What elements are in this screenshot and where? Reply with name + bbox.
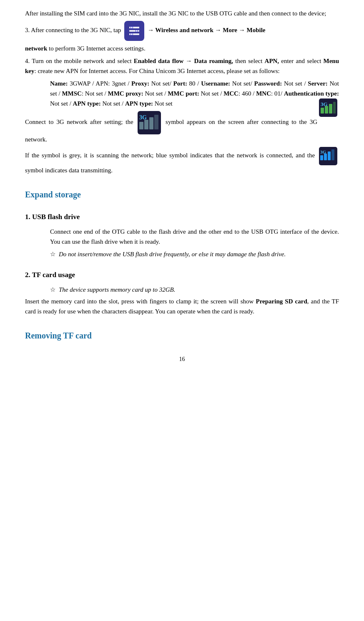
paragraph-1: After installing the SIM card into the 3… — [25, 8, 339, 18]
svg-rect-22 — [328, 151, 331, 160]
star-icon-2: ☆ — [50, 285, 55, 295]
svg-rect-13 — [333, 102, 336, 114]
3g-icon-blue: 3G — [319, 147, 337, 165]
paragraph-3-connect: 3. After connecting to the 3G NIC, tap →… — [25, 21, 339, 41]
svg-rect-20 — [320, 155, 323, 160]
paragraph-symbol: If the symbol is grey, it is scanning th… — [25, 147, 339, 175]
svg-rect-11 — [325, 106, 328, 114]
usb-note: ☆ Do not insert/remove the USB flash dri… — [50, 249, 339, 259]
svg-rect-21 — [324, 154, 327, 160]
svg-rect-23 — [331, 149, 334, 160]
page-content: After installing the SIM card into the 3… — [25, 8, 339, 364]
svg-point-8 — [131, 33, 133, 35]
svg-rect-18 — [154, 115, 158, 129]
svg-rect-10 — [321, 108, 324, 114]
svg-rect-16 — [144, 120, 148, 129]
usb-note-text: Do not insert/remove the USB flash drive… — [59, 249, 286, 259]
svg-rect-12 — [329, 104, 332, 114]
paragraph-3-network: network to perform 3G Internet access se… — [25, 43, 339, 53]
apn-settings: Name: 3GWAP / APN: 3gnet / Proxy: Not se… — [50, 78, 339, 109]
tf-note-text: The device supports memory card up to 32… — [59, 285, 175, 295]
svg-rect-17 — [149, 117, 153, 129]
usb-flash-heading: 1. USB flash drive — [25, 211, 339, 222]
3g-icon-large: 3G — [138, 111, 161, 134]
3g-icon-small-right: 3G — [319, 98, 337, 117]
tf-card-heading: 2. TF card usage — [25, 269, 339, 280]
removing-tf-heading: Removing TF card — [25, 329, 339, 342]
svg-point-4 — [131, 27, 133, 28]
tf-paragraph: Insert the memory card into the slot, pr… — [25, 296, 339, 316]
paragraph-4: 4. Turn on the mobile network and select… — [25, 56, 339, 76]
expand-storage-heading: Expand storage — [25, 188, 339, 201]
paragraph-connect-3g: Connect to 3G network after setting; the… — [25, 111, 339, 144]
star-icon: ☆ — [50, 249, 55, 259]
svg-text:3G: 3G — [139, 114, 147, 121]
usb-paragraph: Connect one end of the OTG cable to the … — [50, 227, 339, 247]
svg-point-6 — [136, 30, 138, 32]
tf-note: ☆ The device supports memory card up to … — [50, 285, 339, 295]
svg-rect-15 — [139, 122, 143, 129]
settings-icon — [124, 21, 144, 41]
page-number: 16 — [25, 355, 339, 364]
